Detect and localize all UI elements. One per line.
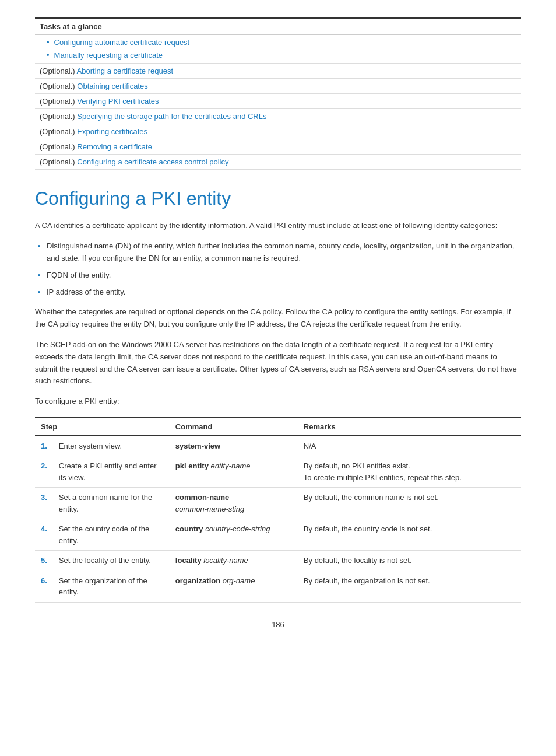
body-paragraph-4: To configure a PKI entity: bbox=[35, 396, 521, 408]
table-row: 1.Enter system view.system-viewN/A bbox=[35, 436, 521, 456]
table-row: 6.Set the organization of the entity.org… bbox=[35, 570, 521, 602]
optional-prefix: (Optional.) bbox=[40, 127, 77, 136]
task-optional-row: (Optional.) Aborting a certificate reque… bbox=[35, 64, 521, 79]
step-command: system-view bbox=[170, 436, 298, 456]
section-content: A CA identifies a certificate applicant … bbox=[35, 220, 521, 408]
step-description: Set a common name for the entity. bbox=[53, 488, 170, 519]
optional-prefix: (Optional.) bbox=[40, 142, 77, 151]
task-bullet-row: •Manually requesting a certificate bbox=[35, 48, 521, 64]
task-bullet-row: •Configuring automatic certificate reque… bbox=[35, 35, 521, 48]
optional-prefix: (Optional.) bbox=[40, 97, 77, 106]
optional-prefix: (Optional.) bbox=[40, 82, 77, 90]
step-number: 3. bbox=[35, 488, 53, 519]
step-command: pki entity entity-name bbox=[170, 456, 298, 488]
step-number: 2. bbox=[35, 456, 53, 488]
step-description: Set the country code of the entity. bbox=[53, 519, 170, 551]
step-remarks: By default, the organization is not set. bbox=[298, 570, 521, 602]
optional-prefix: (Optional.) bbox=[40, 66, 77, 75]
step-remarks: By default, the common name is not set. bbox=[298, 488, 521, 519]
table-row: 5.Set the locality of the entity.localit… bbox=[35, 551, 521, 571]
identity-categories-list: Distinguished name (DN) of the entity, w… bbox=[47, 240, 521, 298]
step-remarks: N/A bbox=[298, 436, 521, 456]
body-paragraph-2: Whether the categories are required or o… bbox=[35, 306, 521, 331]
list-item: FQDN of the entity. bbox=[47, 270, 521, 282]
step-number: 5. bbox=[35, 551, 53, 571]
tasks-heading: Tasks at a glance bbox=[35, 18, 521, 35]
task-optional-row: (Optional.) Verifying PKI certificates bbox=[35, 94, 521, 109]
step-number: 6. bbox=[35, 570, 53, 602]
step-description: Set the locality of the entity. bbox=[53, 551, 170, 571]
optional-link[interactable]: Exporting certificates bbox=[77, 127, 147, 136]
step-description: Set the organization of the entity. bbox=[53, 570, 170, 602]
task-link[interactable]: Manually requesting a certificate bbox=[54, 51, 163, 60]
section-title: Configuring a PKI entity bbox=[35, 187, 521, 209]
tasks-table: Tasks at a glance •Configuring automatic… bbox=[35, 18, 521, 170]
optional-link[interactable]: Configuring a certificate access control… bbox=[77, 158, 228, 166]
step-remarks: By default, the locality is not set. bbox=[298, 551, 521, 571]
intro-paragraph: A CA identifies a certificate applicant … bbox=[35, 220, 521, 232]
optional-prefix: (Optional.) bbox=[40, 158, 77, 166]
step-number: 4. bbox=[35, 519, 53, 551]
optional-link[interactable]: Aborting a certificate request bbox=[77, 66, 173, 75]
col-step: Step bbox=[35, 418, 170, 436]
optional-prefix: (Optional.) bbox=[40, 112, 77, 121]
step-command: organization org-name bbox=[170, 570, 298, 602]
step-description: Create a PKI entity and enter its view. bbox=[53, 456, 170, 488]
optional-link[interactable]: Specifying the storage path for the cert… bbox=[77, 112, 266, 121]
optional-link[interactable]: Removing a certificate bbox=[77, 142, 152, 151]
list-item: IP address of the entity. bbox=[47, 286, 521, 299]
col-command: Command bbox=[170, 418, 298, 436]
step-description: Enter system view. bbox=[53, 436, 170, 456]
step-command: locality locality-name bbox=[170, 551, 298, 571]
step-command: country country-code-string bbox=[170, 519, 298, 551]
step-remarks: By default, the country code is not set. bbox=[298, 519, 521, 551]
optional-link[interactable]: Obtaining certificates bbox=[77, 82, 147, 90]
task-optional-row: (Optional.) Configuring a certificate ac… bbox=[35, 155, 521, 170]
step-command: common-namecommon-name-sting bbox=[170, 488, 298, 519]
table-row: 2.Create a PKI entity and enter its view… bbox=[35, 456, 521, 488]
task-optional-row: (Optional.) Specifying the storage path … bbox=[35, 109, 521, 124]
table-row: 4.Set the country code of the entity.cou… bbox=[35, 519, 521, 551]
table-row: 3.Set a common name for the entity.commo… bbox=[35, 488, 521, 519]
task-link[interactable]: Configuring automatic certificate reques… bbox=[54, 38, 190, 47]
task-optional-row: (Optional.) Obtaining certificates bbox=[35, 79, 521, 94]
task-optional-row: (Optional.) Removing a certificate bbox=[35, 139, 521, 155]
list-item: Distinguished name (DN) of the entity, w… bbox=[47, 240, 521, 265]
step-remarks: By default, no PKI entities exist.To cre… bbox=[298, 456, 521, 488]
optional-link[interactable]: Verifying PKI certificates bbox=[77, 97, 159, 106]
page-number: 186 bbox=[35, 620, 521, 629]
col-remarks: Remarks bbox=[298, 418, 521, 436]
command-table: Step Command Remarks 1.Enter system view… bbox=[35, 417, 521, 603]
task-optional-row: (Optional.) Exporting certificates bbox=[35, 124, 521, 139]
body-paragraph-3: The SCEP add-on on the Windows 2000 CA s… bbox=[35, 339, 521, 387]
step-number: 1. bbox=[35, 436, 53, 456]
